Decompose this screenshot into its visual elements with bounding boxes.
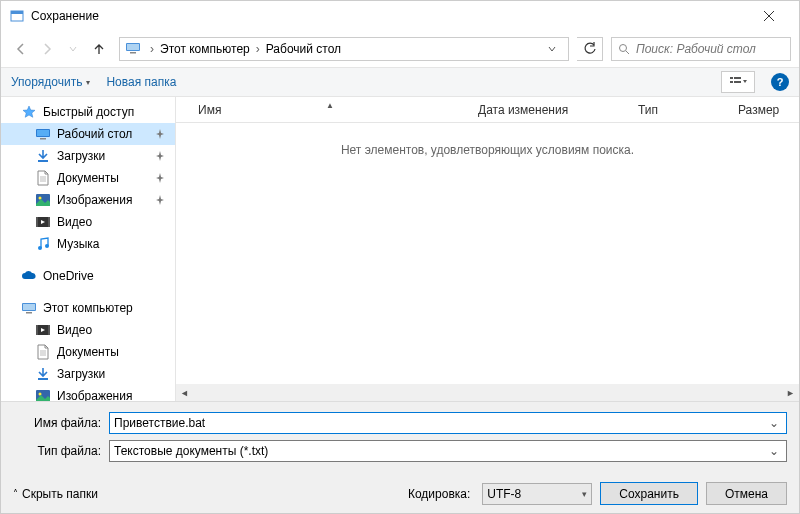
svg-rect-34: [38, 378, 48, 380]
up-button[interactable]: [87, 37, 111, 61]
hide-folders-toggle[interactable]: ˄ Скрыть папки: [13, 487, 98, 501]
cancel-button[interactable]: Отмена: [706, 482, 787, 505]
svg-point-24: [45, 244, 49, 248]
app-icon: [9, 8, 25, 24]
music-icon: [35, 236, 51, 252]
svg-point-5: [620, 45, 627, 52]
documents-icon: [35, 344, 51, 360]
sidebar-item-downloads[interactable]: Загрузки: [1, 363, 175, 385]
footer: ˄ Скрыть папки Кодировка: UTF-8 ▾ Сохран…: [1, 474, 799, 513]
pictures-icon: [35, 192, 51, 208]
horizontal-scrollbar[interactable]: ◄ ►: [176, 384, 799, 401]
cloud-icon: [21, 268, 37, 284]
svg-rect-26: [23, 304, 35, 310]
chevron-down-icon: ▾: [86, 78, 90, 87]
sidebar-label: Загрузки: [57, 149, 105, 163]
save-button[interactable]: Сохранить: [600, 482, 698, 505]
svg-rect-7: [730, 77, 733, 79]
sidebar-item-pictures[interactable]: Изображения: [1, 385, 175, 401]
navbar: › Этот компьютер › Рабочий стол: [1, 31, 799, 67]
breadcrumb-item-desktop[interactable]: Рабочий стол: [262, 42, 345, 56]
search-box[interactable]: [611, 37, 791, 61]
documents-icon: [35, 170, 51, 186]
filename-label: Имя файла:: [13, 416, 109, 430]
sidebar-item-onedrive[interactable]: OneDrive: [1, 265, 175, 287]
organize-menu[interactable]: Упорядочить ▾: [11, 75, 90, 89]
sidebar-label: Видео: [57, 215, 92, 229]
titlebar: Сохранение: [1, 1, 799, 31]
breadcrumb[interactable]: › Этот компьютер › Рабочий стол: [119, 37, 569, 61]
breadcrumb-dropdown[interactable]: [548, 45, 568, 53]
sidebar-item-videos[interactable]: Видео: [1, 211, 175, 233]
column-headers: ▲Имя Дата изменения Тип Размер: [176, 97, 799, 123]
chevron-right-icon[interactable]: ›: [254, 42, 262, 56]
svg-rect-4: [130, 52, 136, 54]
svg-rect-27: [26, 312, 32, 314]
filetype-combobox[interactable]: ⌄: [109, 440, 787, 462]
close-button[interactable]: [746, 2, 791, 30]
sidebar-item-documents[interactable]: Документы: [1, 341, 175, 363]
navigation-pane[interactable]: Быстрый доступ Рабочий столЗагрузкиДокум…: [1, 97, 176, 401]
column-type[interactable]: Тип: [630, 103, 730, 117]
svg-rect-1: [11, 11, 23, 14]
column-name[interactable]: ▲Имя: [190, 103, 470, 117]
file-list-area: ▲Имя Дата изменения Тип Размер Нет элеме…: [176, 97, 799, 401]
sidebar-item-music[interactable]: Музыка: [1, 233, 175, 255]
new-folder-label: Новая папка: [106, 75, 176, 89]
svg-rect-22: [48, 217, 50, 227]
svg-rect-10: [734, 81, 741, 83]
svg-point-36: [39, 393, 42, 396]
svg-point-23: [38, 246, 42, 250]
chevron-right-icon[interactable]: ›: [148, 42, 156, 56]
sidebar-label: OneDrive: [43, 269, 94, 283]
encoding-select[interactable]: UTF-8 ▾: [482, 483, 592, 505]
sidebar-label: Изображения: [57, 389, 132, 401]
scrollbar-track[interactable]: [193, 384, 782, 401]
forward-button[interactable]: [35, 37, 59, 61]
svg-rect-21: [36, 217, 38, 227]
pin-icon: [155, 195, 165, 205]
form-area: Имя файла: ⌄ Тип файла: ⌄: [1, 401, 799, 474]
breadcrumb-item-pc[interactable]: Этот компьютер: [156, 42, 254, 56]
videos-icon: [35, 322, 51, 338]
sidebar-item-documents[interactable]: Документы: [1, 167, 175, 189]
recent-dropdown[interactable]: [61, 37, 85, 61]
sidebar-item-pictures[interactable]: Изображения: [1, 189, 175, 211]
sidebar-item-desktop[interactable]: Рабочий стол: [1, 123, 175, 145]
back-button[interactable]: [9, 37, 33, 61]
downloads-icon: [35, 366, 51, 382]
view-options-button[interactable]: [721, 71, 755, 93]
refresh-button[interactable]: [577, 37, 603, 61]
sidebar-item-downloads[interactable]: Загрузки: [1, 145, 175, 167]
scroll-left-button[interactable]: ◄: [176, 384, 193, 401]
scroll-right-button[interactable]: ►: [782, 384, 799, 401]
column-size[interactable]: Размер: [730, 103, 787, 117]
sidebar-label: Документы: [57, 345, 119, 359]
search-icon: [618, 43, 630, 55]
chevron-down-icon[interactable]: ⌄: [766, 416, 782, 430]
search-input[interactable]: [636, 42, 787, 56]
window-title: Сохранение: [31, 9, 740, 23]
pin-icon: [155, 129, 165, 139]
svg-rect-13: [40, 138, 46, 140]
pin-icon: [155, 151, 165, 161]
sort-indicator-icon: ▲: [326, 101, 334, 110]
new-folder-button[interactable]: Новая папка: [106, 75, 176, 89]
sidebar-item-this-pc[interactable]: Этот компьютер: [1, 297, 175, 319]
chevron-up-icon: ˄: [13, 488, 18, 499]
sidebar-item-quick-access[interactable]: Быстрый доступ: [1, 101, 175, 123]
column-date[interactable]: Дата изменения: [470, 103, 630, 117]
filename-input[interactable]: [114, 416, 766, 430]
svg-rect-12: [37, 130, 49, 136]
sidebar-label: Этот компьютер: [43, 301, 133, 315]
hide-folders-label: Скрыть папки: [22, 487, 98, 501]
encoding-value: UTF-8: [487, 487, 521, 501]
sidebar-item-videos[interactable]: Видео: [1, 319, 175, 341]
chevron-down-icon[interactable]: ⌄: [766, 444, 782, 458]
desktop-icon: [35, 126, 51, 142]
svg-line-6: [626, 51, 629, 54]
help-button[interactable]: ?: [771, 73, 789, 91]
filename-combobox[interactable]: ⌄: [109, 412, 787, 434]
filetype-value[interactable]: [114, 444, 766, 458]
empty-state-message: Нет элементов, удовлетворяющих условиям …: [176, 123, 799, 384]
